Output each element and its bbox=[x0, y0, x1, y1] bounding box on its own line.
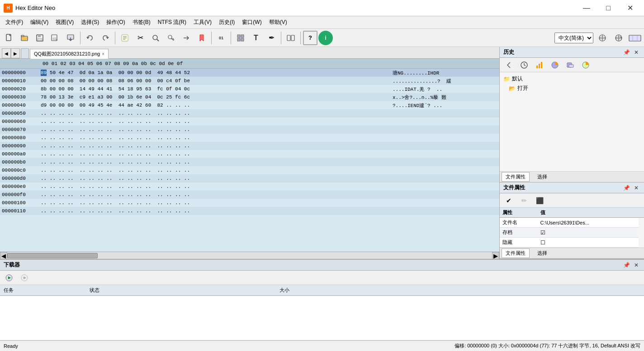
table-row[interactable]: 00000000 89 50 4e 47 0d 0a 1a 0a 00 00 0… bbox=[0, 69, 499, 77]
scrollbar-thumb[interactable] bbox=[7, 253, 98, 258]
downloader-toolbar bbox=[0, 271, 644, 285]
view-text-button[interactable]: T bbox=[249, 31, 263, 45]
tab-close-button[interactable]: × bbox=[102, 51, 104, 56]
table-row[interactable]: 00000050 .. .. .. .. .. .. .. .. .. .. .… bbox=[0, 109, 499, 117]
table-row[interactable]: 00000030 78 00 13 3e c9 e1 a3 00 00 1b 6… bbox=[0, 93, 499, 101]
cut-button[interactable]: ✂ bbox=[133, 31, 147, 45]
menu-select[interactable]: 选择(S) bbox=[77, 17, 103, 28]
table-row[interactable]: 000000d0 .. .. .. .. .. .. .. .. .. .. .… bbox=[0, 174, 499, 183]
new-button[interactable] bbox=[2, 31, 16, 45]
minimize-button[interactable]: — bbox=[576, 1, 597, 15]
table-row[interactable]: 000000e0 .. .. .. .. .. .. .. .. .. .. .… bbox=[0, 183, 499, 191]
downloader-close-button[interactable]: ✕ bbox=[632, 261, 640, 269]
history-close-button[interactable]: ✕ bbox=[632, 48, 640, 56]
redo-button[interactable] bbox=[98, 31, 113, 45]
table-row[interactable]: 00000040 d9 00 00 00 00 49 45 4e 44 ae 4… bbox=[0, 101, 499, 109]
hex-view-button[interactable]: 01 bbox=[214, 31, 228, 45]
props-row-hidden[interactable]: 隐藏 ☐ bbox=[500, 238, 644, 248]
save-button[interactable] bbox=[33, 31, 47, 45]
table-row[interactable]: 00000060 .. .. .. .. .. .. .. .. .. .. .… bbox=[0, 117, 499, 126]
history-header-buttons: 📌 ✕ bbox=[622, 48, 640, 56]
table-row[interactable]: 00000090 .. .. .. .. .. .. .. .. .. .. .… bbox=[0, 142, 499, 150]
history-clock-button[interactable] bbox=[517, 58, 531, 72]
close-button[interactable]: ✕ bbox=[620, 1, 640, 15]
help-button[interactable]: ? bbox=[303, 31, 317, 45]
horizontal-scrollbar[interactable]: ◀ ▶ bbox=[0, 252, 499, 259]
map-button[interactable] bbox=[628, 31, 642, 45]
compare-button[interactable] bbox=[284, 31, 298, 45]
undo-button[interactable] bbox=[83, 31, 97, 45]
history-tab-selection[interactable]: 选择 bbox=[533, 172, 551, 182]
save-as-button[interactable]: + bbox=[48, 31, 62, 45]
fp-edit-button[interactable]: ✏ bbox=[517, 193, 531, 208]
menu-bookmarks[interactable]: 书签(B) bbox=[129, 17, 154, 28]
menu-tools[interactable]: 工具(V) bbox=[190, 17, 215, 28]
open-button[interactable] bbox=[17, 31, 32, 45]
history-tab-file-props[interactable]: 文件属性 bbox=[502, 172, 530, 182]
maximize-button[interactable]: □ bbox=[598, 1, 619, 15]
tab-next-button[interactable]: ▶ bbox=[11, 48, 20, 58]
history-open-item[interactable]: 📂 打开 bbox=[502, 84, 642, 93]
goto-button[interactable] bbox=[179, 31, 194, 45]
dl-stop-button[interactable] bbox=[17, 271, 32, 285]
tab-empty[interactable] bbox=[21, 48, 29, 58]
scroll-left-button[interactable]: ◀ bbox=[0, 252, 7, 259]
props-row-archive[interactable]: 存档 ☑ bbox=[500, 228, 644, 238]
props-row-filename[interactable]: 文件名 C:\Users\26391\Des... bbox=[500, 218, 644, 228]
hex-body[interactable]: 00000000 89 50 4e 47 0d 0a 1a 0a 00 00 0… bbox=[0, 69, 499, 252]
file-props-pin-button[interactable]: 📌 bbox=[622, 184, 630, 192]
info-button[interactable]: i bbox=[318, 31, 333, 45]
table-row[interactable]: 000000c0 .. .. .. .. .. .. .. .. .. .. .… bbox=[0, 166, 499, 174]
scroll-right-button[interactable]: ▶ bbox=[492, 252, 499, 259]
hex-bytes-12: .. .. .. .. .. .. .. .. .. .. .. .. .. .… bbox=[41, 168, 389, 173]
fp-info-button[interactable]: ⬛ bbox=[532, 193, 547, 208]
history-chart-button[interactable] bbox=[532, 58, 547, 72]
menu-ops[interactable]: 操作(O) bbox=[103, 17, 128, 28]
history-default-item[interactable]: 📁 默认 bbox=[502, 74, 642, 84]
view-pen-button[interactable]: ✒ bbox=[264, 31, 279, 45]
menu-history[interactable]: 历史(I) bbox=[215, 17, 238, 28]
language-select[interactable]: 中文(简体) English bbox=[554, 33, 593, 43]
hex-addr-2: 00000020 bbox=[2, 86, 41, 92]
tab-bar: ◀ ▶ QQ截图20210508231210.png × bbox=[0, 47, 499, 59]
table-row[interactable]: 000000f0 .. .. .. .. .. .. .. .. .. .. .… bbox=[0, 191, 499, 199]
menu-help[interactable]: 帮助(V) bbox=[265, 17, 291, 28]
table-row[interactable]: 00000020 8b 00 00 00 14 49 44 41 54 18 9… bbox=[0, 85, 499, 93]
table-row[interactable]: 000000a0 .. .. .. .. .. .. .. .. .. .. .… bbox=[0, 150, 499, 158]
globe-next-button[interactable] bbox=[611, 31, 626, 45]
edit-button[interactable] bbox=[118, 31, 132, 45]
props-table: 属性 值 文件名 C:\Users\26391\Des... 存档 ☑ bbox=[500, 208, 644, 248]
table-row[interactable]: 00000080 .. .. .. .. .. .. .. .. .. .. .… bbox=[0, 134, 499, 142]
table-row[interactable]: 00000110 .. .. .. .. .. .. .. .. .. .. .… bbox=[0, 207, 499, 215]
tab-file[interactable]: QQ截图20210508231210.png × bbox=[30, 49, 109, 59]
menu-view[interactable]: 视图(V) bbox=[52, 17, 77, 28]
tab-prev-button[interactable]: ◀ bbox=[2, 48, 11, 58]
find-button[interactable] bbox=[148, 31, 163, 45]
view-grid-button[interactable] bbox=[233, 31, 248, 45]
hex-addr-7: 00000070 bbox=[2, 127, 41, 132]
table-row[interactable]: 00000010 00 00 00 08 00 00 00 08 08 06 0… bbox=[0, 77, 499, 85]
globe-prev-button[interactable] bbox=[595, 31, 610, 45]
table-row[interactable]: 000000b0 .. .. .. .. .. .. .. .. .. .. .… bbox=[0, 158, 499, 166]
scrollbar-track[interactable] bbox=[7, 252, 492, 259]
table-row[interactable]: 00000100 .. .. .. .. .. .. .. .. .. .. .… bbox=[0, 199, 499, 207]
fp-tab-selection[interactable]: 选择 bbox=[533, 248, 551, 258]
dl-start-button[interactable] bbox=[2, 271, 16, 285]
history-pin-button[interactable]: 📌 bbox=[622, 48, 630, 56]
file-props-close-button[interactable]: ✕ bbox=[632, 184, 640, 192]
menu-window[interactable]: 窗口(W) bbox=[238, 17, 265, 28]
menu-ntfs[interactable]: NTFS 流(R) bbox=[154, 17, 190, 28]
history-more1-button[interactable] bbox=[563, 58, 578, 72]
fp-tab-file-props[interactable]: 文件属性 bbox=[502, 248, 530, 258]
export-button[interactable] bbox=[63, 31, 78, 45]
bookmarks-button[interactable] bbox=[194, 31, 209, 45]
replace-button[interactable] bbox=[164, 31, 178, 45]
menu-file[interactable]: 文件(F) bbox=[2, 17, 27, 28]
table-row[interactable]: 00000070 .. .. .. .. .. .. .. .. .. .. .… bbox=[0, 126, 499, 134]
menu-edit[interactable]: 编辑(V) bbox=[27, 17, 52, 28]
downloader-pin-button[interactable]: 📌 bbox=[622, 261, 630, 269]
history-back-button[interactable] bbox=[502, 58, 516, 72]
history-more2-button[interactable] bbox=[578, 58, 593, 72]
fp-check-button[interactable]: ✔ bbox=[502, 193, 516, 208]
history-pie-button[interactable] bbox=[548, 58, 562, 72]
